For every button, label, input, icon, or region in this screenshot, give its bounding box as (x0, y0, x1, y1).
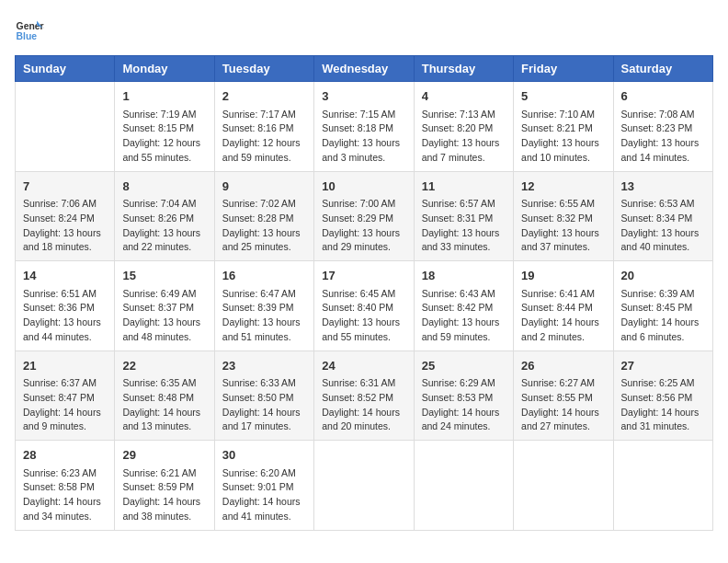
day-detail: Sunset: 8:44 PM (521, 301, 605, 316)
calendar-cell: 24Sunrise: 6:31 AMSunset: 8:52 PMDayligh… (314, 350, 414, 441)
weekday-header: Monday (115, 56, 214, 82)
day-detail: Sunset: 8:34 PM (621, 212, 705, 226)
logo: General Blue (15, 15, 51, 44)
calendar-cell: 4Sunrise: 7:13 AMSunset: 8:20 PMDaylight… (414, 82, 513, 172)
day-detail: Sunset: 8:37 PM (122, 301, 206, 316)
day-detail: and 27 minutes. (521, 419, 605, 434)
day-detail: Sunset: 8:52 PM (322, 391, 405, 406)
day-detail: and 41 minutes. (222, 510, 306, 524)
day-detail: Sunrise: 7:02 AM (222, 197, 306, 212)
calendar-cell (613, 441, 712, 531)
calendar-cell (314, 441, 414, 531)
day-detail: and 20 minutes. (322, 419, 405, 434)
day-number: 2 (222, 87, 306, 106)
day-detail: Sunrise: 6:51 AM (23, 287, 107, 302)
day-detail: and 59 minutes. (422, 330, 506, 345)
day-number: 7 (23, 178, 107, 196)
day-detail: Sunset: 8:36 PM (23, 301, 107, 316)
day-detail: Sunrise: 7:10 AM (521, 108, 605, 122)
weekday-header: Thursday (414, 56, 513, 82)
calendar-cell: 17Sunrise: 6:45 AMSunset: 8:40 PMDayligh… (314, 261, 414, 351)
calendar-cell (16, 82, 115, 172)
day-detail: Daylight: 14 hours (621, 406, 705, 420)
day-detail: Daylight: 14 hours (521, 406, 605, 420)
day-detail: Sunset: 8:31 PM (422, 212, 506, 226)
day-detail: Sunrise: 6:55 AM (521, 197, 605, 212)
day-detail: Daylight: 13 hours (322, 136, 405, 151)
calendar-cell (514, 441, 613, 531)
day-detail: Daylight: 14 hours (621, 316, 705, 330)
day-detail: and 9 minutes. (23, 419, 107, 434)
day-detail: Sunrise: 6:23 AM (23, 466, 107, 481)
day-detail: Sunrise: 7:04 AM (122, 197, 206, 212)
day-detail: Daylight: 13 hours (422, 226, 506, 241)
calendar-cell: 6Sunrise: 7:08 AMSunset: 8:23 PMDaylight… (613, 82, 712, 172)
day-detail: Daylight: 14 hours (122, 495, 206, 510)
day-detail: Sunset: 8:24 PM (23, 212, 107, 226)
day-detail: Sunrise: 6:49 AM (122, 287, 206, 302)
day-number: 24 (322, 357, 405, 375)
day-detail: Sunrise: 7:00 AM (322, 197, 405, 212)
calendar-week-row: 1Sunrise: 7:19 AMSunset: 8:15 PMDaylight… (16, 82, 713, 172)
day-number: 28 (23, 446, 107, 465)
day-detail: and 24 minutes. (422, 419, 506, 434)
day-detail: and 14 minutes. (621, 151, 705, 166)
day-detail: Sunset: 8:21 PM (521, 121, 605, 136)
calendar-cell: 10Sunrise: 7:00 AMSunset: 8:29 PMDayligh… (314, 171, 414, 261)
calendar-cell: 14Sunrise: 6:51 AMSunset: 8:36 PMDayligh… (16, 261, 115, 351)
day-number: 3 (322, 87, 405, 106)
day-detail: Daylight: 12 hours (222, 136, 306, 151)
day-detail: and 7 minutes. (422, 151, 506, 166)
day-detail: Sunrise: 6:33 AM (222, 376, 306, 391)
day-detail: Daylight: 13 hours (621, 136, 705, 151)
day-detail: Daylight: 14 hours (222, 495, 306, 510)
day-number: 13 (621, 178, 705, 196)
calendar-week-row: 14Sunrise: 6:51 AMSunset: 8:36 PMDayligh… (16, 261, 713, 351)
day-number: 17 (322, 267, 405, 285)
day-detail: and 17 minutes. (222, 419, 306, 434)
day-detail: and 31 minutes. (621, 419, 705, 434)
calendar-cell: 5Sunrise: 7:10 AMSunset: 8:21 PMDaylight… (514, 82, 613, 172)
day-number: 6 (621, 87, 705, 106)
calendar-cell: 28Sunrise: 6:23 AMSunset: 8:58 PMDayligh… (16, 441, 115, 531)
day-detail: Sunset: 8:45 PM (621, 301, 705, 316)
day-detail: Daylight: 13 hours (222, 226, 306, 241)
calendar-cell: 23Sunrise: 6:33 AMSunset: 8:50 PMDayligh… (214, 350, 313, 441)
day-detail: Daylight: 13 hours (23, 316, 107, 330)
day-detail: Sunset: 8:42 PM (422, 301, 506, 316)
day-detail: Daylight: 13 hours (422, 316, 506, 330)
svg-text:Blue: Blue (17, 31, 38, 41)
day-detail: Sunrise: 7:13 AM (422, 108, 506, 122)
day-number: 5 (521, 87, 605, 106)
weekday-header: Wednesday (314, 56, 414, 82)
day-detail: Sunrise: 7:19 AM (122, 108, 206, 122)
day-detail: and 18 minutes. (23, 240, 107, 255)
day-detail: and 48 minutes. (122, 330, 206, 345)
logo-icon: General Blue (15, 15, 44, 44)
calendar-cell: 7Sunrise: 7:06 AMSunset: 8:24 PMDaylight… (16, 171, 115, 261)
calendar-cell: 1Sunrise: 7:19 AMSunset: 8:15 PMDaylight… (115, 82, 214, 172)
day-detail: and 3 minutes. (322, 151, 405, 166)
day-detail: Sunrise: 6:20 AM (222, 466, 306, 481)
day-number: 10 (322, 178, 405, 196)
day-detail: Sunrise: 6:31 AM (322, 376, 405, 391)
calendar-cell: 9Sunrise: 7:02 AMSunset: 8:28 PMDaylight… (214, 171, 313, 261)
calendar-cell: 12Sunrise: 6:55 AMSunset: 8:32 PMDayligh… (514, 171, 613, 261)
day-number: 21 (23, 357, 107, 375)
weekday-header: Tuesday (214, 56, 313, 82)
calendar-header-row: SundayMondayTuesdayWednesdayThursdayFrid… (16, 56, 713, 82)
day-detail: Daylight: 14 hours (322, 406, 405, 420)
day-detail: Daylight: 13 hours (122, 226, 206, 241)
day-detail: Daylight: 13 hours (422, 136, 506, 151)
day-detail: Daylight: 13 hours (621, 226, 705, 241)
day-number: 15 (122, 267, 206, 285)
day-detail: Sunset: 8:40 PM (322, 301, 405, 316)
day-detail: Daylight: 14 hours (422, 406, 506, 420)
day-detail: Sunset: 8:15 PM (122, 121, 206, 136)
day-number: 9 (222, 178, 306, 196)
day-detail: Sunset: 8:18 PM (322, 121, 405, 136)
day-detail: Sunset: 8:16 PM (222, 121, 306, 136)
day-detail: Daylight: 13 hours (521, 136, 605, 151)
day-detail: and 6 minutes. (621, 330, 705, 345)
day-detail: and 25 minutes. (222, 240, 306, 255)
